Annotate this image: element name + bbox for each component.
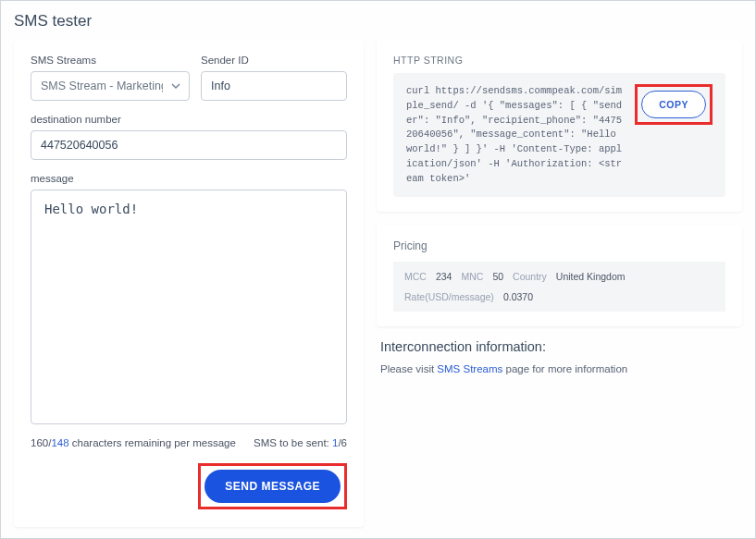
interconnection-box: Interconnection information: Please visi… xyxy=(377,339,742,374)
copy-highlight: COPY xyxy=(635,84,713,125)
form-row-top: SMS Streams SMS Stream - Marketing Sende… xyxy=(31,55,347,101)
mnc-key: MNC xyxy=(461,271,483,282)
sender-label: Sender ID xyxy=(201,55,347,66)
right-column: HTTP STRING curl https://sendsms.commpea… xyxy=(377,40,742,527)
page-title: SMS tester xyxy=(14,12,742,31)
pricing-panel: Pricing MCC 234 MNC 50 Country United Ki… xyxy=(377,225,742,326)
destination-label: destination number xyxy=(31,114,347,125)
sms-prefix: SMS to be sent: xyxy=(254,437,332,448)
sms-count: SMS to be sent: 1/6 xyxy=(254,437,347,448)
rate-val: 0.0370 xyxy=(503,291,533,302)
inter-prefix: Please visit xyxy=(380,363,437,374)
message-textarea[interactable]: Hello world! xyxy=(31,190,347,424)
http-code: curl https://sendsms.commpeak.com/simple… xyxy=(406,84,626,186)
inter-suffix: page for more information xyxy=(502,363,627,374)
main-container: SMS tester SMS Streams SMS Stream - Mark… xyxy=(0,0,756,539)
sms-streams-link[interactable]: SMS Streams xyxy=(437,363,502,374)
send-highlight: SEND MESSAGE xyxy=(198,463,347,509)
sender-group: Sender ID xyxy=(201,55,347,101)
send-message-button[interactable]: SEND MESSAGE xyxy=(204,470,341,503)
pricing-row: MCC 234 MNC 50 Country United Kingdom Ra… xyxy=(393,262,725,312)
chars-suffix: characters remaining per message xyxy=(69,437,236,448)
interconnection-title: Interconnection information: xyxy=(380,339,738,354)
message-group: message Hello world! xyxy=(31,173,347,424)
mcc-val: 234 xyxy=(436,271,452,282)
country-val: United Kingdom xyxy=(556,271,626,282)
code-block: curl https://sendsms.commpeak.com/simple… xyxy=(393,73,725,197)
counter-row: 160/148 characters remaining per message… xyxy=(31,437,347,448)
http-panel: HTTP STRING curl https://sendsms.commpea… xyxy=(377,40,742,212)
sms-current: 1 xyxy=(332,437,338,448)
country-key: Country xyxy=(513,271,547,282)
content-area: SMS Streams SMS Stream - Marketing Sende… xyxy=(14,40,742,527)
destination-group: destination number xyxy=(31,114,347,160)
http-label: HTTP STRING xyxy=(393,55,725,66)
chars-remaining-value: 148 xyxy=(51,437,68,448)
mcc-key: MCC xyxy=(404,271,427,282)
button-row: SEND MESSAGE xyxy=(31,463,347,509)
sms-total: 6 xyxy=(341,437,347,448)
chars-remaining: 160/148 characters remaining per message xyxy=(31,437,236,448)
rate-key: Rate(USD/message) xyxy=(404,291,494,302)
streams-select[interactable]: SMS Stream - Marketing xyxy=(31,71,190,101)
interconnection-text: Please visit SMS Streams page for more i… xyxy=(380,363,738,374)
streams-label: SMS Streams xyxy=(31,55,190,66)
message-label: message xyxy=(31,173,347,184)
destination-input[interactable] xyxy=(31,130,347,160)
sender-input[interactable] xyxy=(201,71,347,101)
form-panel: SMS Streams SMS Stream - Marketing Sende… xyxy=(14,40,364,527)
streams-group: SMS Streams SMS Stream - Marketing xyxy=(31,55,190,101)
pricing-label: Pricing xyxy=(393,239,725,252)
mnc-val: 50 xyxy=(492,271,503,282)
copy-button[interactable]: COPY xyxy=(641,91,706,118)
streams-select-wrap: SMS Stream - Marketing xyxy=(31,71,190,101)
chars-max: 160 xyxy=(31,437,48,448)
